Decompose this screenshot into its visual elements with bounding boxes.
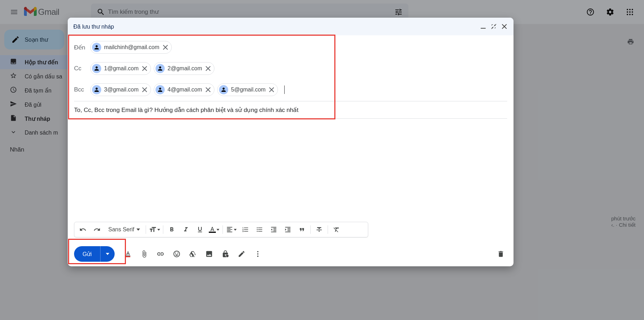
compose-body[interactable] [68,119,514,222]
to-label: Đến [74,44,86,51]
to-row[interactable]: Đến mailchinh@gmail.com [74,37,507,58]
avatar-icon [156,85,165,94]
italic-icon[interactable] [180,223,192,236]
format-toolbar: Sans Serif [74,222,368,237]
bcc-row[interactable]: Bcc 3@gmail.com4@gmail.com5@gmail.com [74,79,507,100]
discard-icon[interactable] [494,248,507,260]
fullscreen-exit-icon[interactable] [490,23,497,30]
chip-email: 4@gmail.com [168,87,202,93]
svg-rect-9 [481,28,486,29]
chip-email: 2@gmail.com [168,65,202,72]
remove-chip-icon[interactable] [141,87,148,93]
recipient-chip[interactable]: mailchinh@gmail.com [90,41,172,54]
cc-label: Cc [74,65,86,72]
svg-point-15 [257,256,259,257]
emoji-icon[interactable] [170,248,183,260]
recipient-chip[interactable]: 3@gmail.com [90,83,151,96]
more-options-icon[interactable] [251,248,264,260]
underline-icon[interactable] [194,223,206,236]
recipient-chip[interactable]: 5@gmail.com [217,83,278,96]
recipient-chip[interactable]: 4@gmail.com [154,83,214,96]
send-label[interactable]: Gửi [74,246,101,262]
bold-icon[interactable] [165,223,178,236]
remove-chip-icon[interactable] [162,44,169,51]
close-icon[interactable] [501,23,508,30]
signature-icon[interactable] [235,248,248,260]
bullet-list-icon[interactable] [253,223,266,236]
subject-input[interactable] [74,106,507,113]
bcc-label: Bcc [74,86,86,93]
avatar-icon [219,85,228,94]
cc-row[interactable]: Cc 1@gmail.com2@gmail.com [74,58,507,79]
svg-rect-10 [209,232,216,233]
strikethrough-icon[interactable] [313,223,326,236]
align-icon[interactable] [225,223,238,236]
drive-icon[interactable] [187,248,199,260]
chip-email: 1@gmail.com [104,65,139,72]
indent-less-icon[interactable] [267,223,280,236]
svg-rect-11 [126,256,130,257]
font-size-icon[interactable] [148,223,161,236]
attach-icon[interactable] [138,248,151,260]
avatar-icon [92,43,101,52]
remove-chip-icon[interactable] [268,87,275,93]
compose-window: Đã lưu thư nháp Đến mailchinh@gmail.com … [68,18,514,266]
quote-icon[interactable] [296,223,308,236]
format-toggle-icon[interactable] [122,248,134,260]
send-options-icon[interactable] [101,246,115,262]
send-button[interactable]: Gửi [74,246,115,262]
avatar-icon [156,64,165,73]
remove-chip-icon[interactable] [205,87,211,93]
svg-point-14 [257,253,259,255]
chip-email: 3@gmail.com [104,87,139,93]
remove-chip-icon[interactable] [205,65,211,72]
text-cursor [284,85,285,94]
clear-format-icon[interactable] [330,223,343,236]
indent-more-icon[interactable] [281,223,294,236]
chip-email: mailchinh@gmail.com [104,44,159,51]
recipient-chip[interactable]: 2@gmail.com [154,62,214,75]
avatar-icon [92,64,101,73]
svg-point-13 [257,251,259,253]
chip-email: 5@gmail.com [231,87,266,93]
link-icon[interactable] [154,248,167,260]
compose-title: Đã lưu thư nháp [73,23,114,30]
confidential-icon[interactable] [219,248,232,260]
recipient-chip[interactable]: 1@gmail.com [90,62,151,75]
undo-icon[interactable] [77,223,89,236]
numbered-list-icon[interactable] [239,223,252,236]
font-select[interactable]: Sans Serif [105,226,144,233]
avatar-icon [92,85,101,94]
remove-chip-icon[interactable] [141,65,148,72]
text-color-icon[interactable] [208,223,220,236]
image-icon[interactable] [203,248,215,260]
redo-icon[interactable] [91,223,103,236]
minimize-icon[interactable] [480,23,487,30]
